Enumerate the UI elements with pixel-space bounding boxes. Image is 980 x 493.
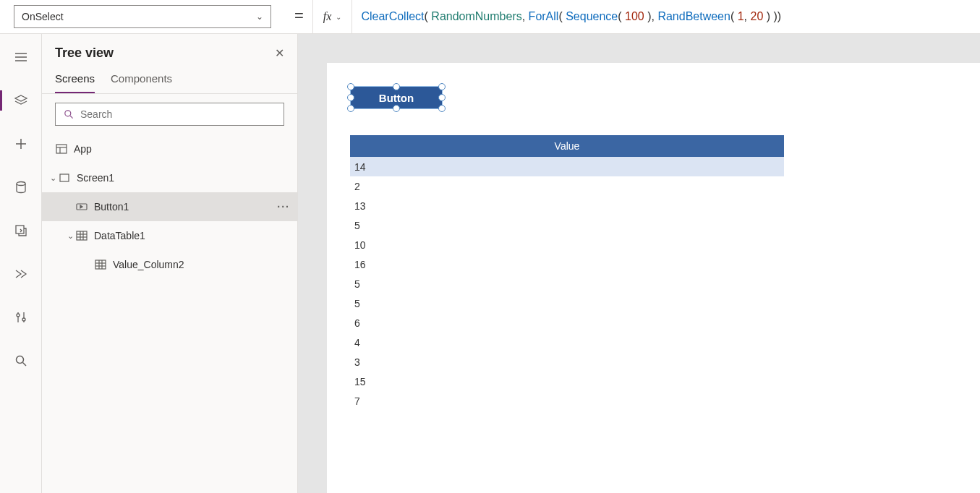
tree-view-panel: Tree view ✕ Screens Components App ⌄ [42, 34, 298, 493]
resize-handle[interactable] [438, 94, 446, 101]
svg-rect-21 [77, 231, 87, 240]
tree-item-label: Value_Column2 [113, 259, 184, 270]
table-row[interactable]: 13 [350, 196, 784, 215]
resize-handle[interactable] [393, 105, 400, 112]
formula-token: 20 [750, 10, 763, 23]
formula-token: 1 [738, 10, 744, 23]
fx-icon: fx [323, 10, 332, 23]
property-name: OnSelect [22, 11, 64, 22]
tree-item-label: Button1 [94, 201, 129, 213]
table-row[interactable]: 14 [350, 157, 784, 176]
datatable-header[interactable]: Value [350, 135, 784, 157]
datatable-body: 142135101655643157 [350, 157, 784, 411]
equals-sign: = [286, 7, 312, 27]
tree-item-screen1[interactable]: ⌄ Screen1 [42, 163, 297, 192]
formula-token: RandBetween [657, 10, 730, 23]
resize-handle[interactable] [438, 83, 446, 90]
svg-point-11 [22, 318, 25, 321]
formula-token: , [522, 10, 529, 23]
tree-item-label: DataTable1 [94, 230, 145, 241]
tree-search[interactable] [55, 103, 284, 126]
tree-item-label: App [74, 143, 92, 155]
media-icon[interactable] [7, 216, 35, 245]
table-row[interactable]: 2 [350, 176, 784, 196]
table-row[interactable]: 6 [350, 313, 784, 333]
resize-handle[interactable] [347, 83, 354, 90]
svg-point-6 [17, 182, 25, 186]
screen-icon [58, 171, 71, 184]
column-icon [94, 258, 107, 271]
chevron-down-icon: ⌄ [336, 13, 341, 21]
svg-rect-26 [95, 260, 106, 269]
resize-handle[interactable] [393, 83, 400, 90]
table-row[interactable]: 5 [350, 274, 784, 293]
hamburger-icon[interactable] [7, 43, 35, 72]
formula-token: ( [558, 10, 566, 23]
tree-item-label: Screen1 [77, 172, 114, 184]
fx-button[interactable]: fx ⌄ [312, 0, 353, 33]
svg-point-10 [17, 314, 20, 317]
resize-handle[interactable] [438, 105, 446, 112]
svg-rect-19 [60, 174, 69, 181]
tree-item-button1[interactable]: Button1 ··· [42, 192, 297, 221]
more-icon[interactable]: ··· [277, 201, 290, 213]
tab-screens[interactable]: Screens [55, 72, 95, 93]
svg-line-15 [70, 116, 73, 119]
tree-view-icon[interactable] [7, 86, 35, 115]
svg-rect-7 [16, 226, 24, 233]
datatable-control[interactable]: Value 142135101655643157 [350, 135, 784, 411]
close-icon[interactable]: ✕ [275, 46, 284, 60]
formula-token: ( [618, 10, 625, 23]
formula-token: ClearCollect [361, 10, 424, 23]
chevron-down-icon: ⌄ [256, 12, 263, 22]
table-row[interactable]: 15 [350, 372, 784, 391]
tab-components[interactable]: Components [111, 72, 172, 93]
table-row[interactable]: 3 [350, 352, 784, 372]
screen-surface[interactable]: Button Value 142135101655643157 [327, 63, 980, 493]
table-row[interactable]: 16 [350, 254, 784, 274]
formula-token: , [744, 10, 751, 23]
chevron-down-icon[interactable]: ⌄ [48, 173, 58, 183]
tree-item-value-column[interactable]: Value_Column2 [42, 250, 297, 279]
svg-rect-16 [56, 145, 67, 153]
formula-token: ( [425, 10, 432, 23]
table-row[interactable]: 5 [350, 293, 784, 313]
svg-point-12 [16, 356, 23, 364]
table-row[interactable]: 5 [350, 215, 784, 235]
canvas-area[interactable]: Button Value 142135101655643157 [298, 34, 980, 493]
svg-point-14 [65, 111, 71, 116]
table-row[interactable]: 7 [350, 391, 784, 411]
formula-token: ) )) [763, 10, 781, 23]
search-input[interactable] [80, 108, 276, 120]
formula-bar: OnSelect ⌄ = fx ⌄ ClearCollect( RandomNu… [0, 0, 980, 34]
flows-icon[interactable] [7, 260, 35, 288]
button-control[interactable]: Button [350, 86, 443, 109]
formula-token: 100 [625, 10, 644, 23]
svg-line-13 [22, 363, 26, 366]
insert-icon[interactable] [7, 129, 35, 158]
left-rail [0, 34, 42, 493]
formula-token: ( [730, 10, 738, 23]
settings-icon[interactable] [7, 303, 35, 332]
main-layout: Tree view ✕ Screens Components App ⌄ [0, 34, 980, 493]
resize-handle[interactable] [347, 105, 354, 112]
datatable-icon [75, 229, 88, 242]
formula-token: Sequence [566, 10, 618, 23]
table-row[interactable]: 4 [350, 333, 784, 352]
table-row[interactable]: 10 [350, 235, 784, 254]
property-dropdown[interactable]: OnSelect ⌄ [14, 5, 271, 28]
chevron-down-icon[interactable]: ⌄ [65, 231, 75, 241]
tree-view-title: Tree view [55, 46, 114, 61]
formula-token: ForAll [529, 10, 559, 23]
button-control-selection[interactable]: Button [350, 86, 443, 109]
data-icon[interactable] [7, 173, 35, 202]
resize-handle[interactable] [347, 94, 354, 101]
button-icon [75, 200, 88, 213]
search-icon [63, 108, 74, 120]
formula-token: ), [644, 10, 658, 23]
search-icon[interactable] [7, 346, 35, 375]
tree-tabs: Screens Components [42, 67, 297, 94]
tree-item-app[interactable]: App [42, 134, 297, 163]
formula-input[interactable]: ClearCollect( RandomNumbers, ForAll( Seq… [352, 0, 980, 33]
tree-item-datatable1[interactable]: ⌄ DataTable1 [42, 221, 297, 250]
